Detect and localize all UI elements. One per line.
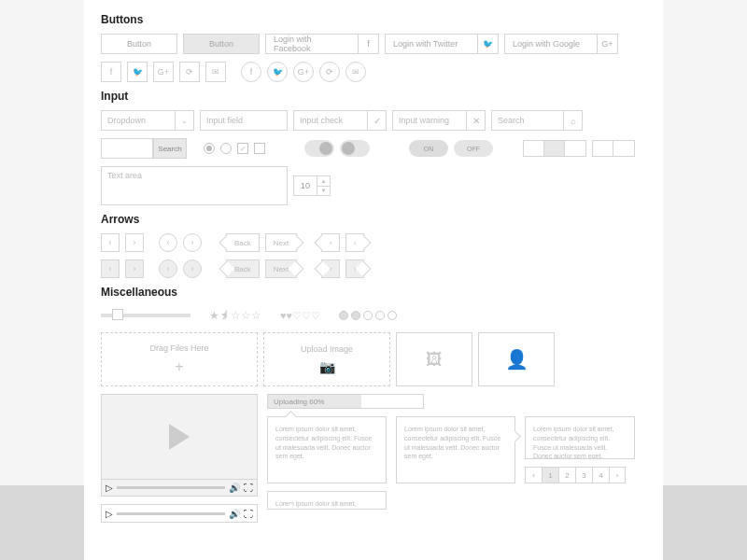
step-up-icon[interactable]: ▲ — [317, 176, 330, 187]
arrow-right-icon[interactable]: › — [183, 233, 202, 252]
page-2[interactable]: 2 — [558, 467, 575, 483]
section-misc: Miscellaneous — [101, 286, 646, 299]
step-down-icon[interactable]: ▼ — [317, 187, 330, 196]
arrow-right-icon[interactable]: › — [125, 259, 144, 278]
input-valid[interactable]: Input check✓ — [293, 110, 387, 131]
page-1[interactable]: 1 — [542, 467, 558, 483]
toggle-on-labeled[interactable]: ON — [409, 140, 448, 157]
page-4[interactable]: 4 — [592, 467, 609, 483]
rss-icon[interactable]: ⟳ — [179, 62, 200, 82]
volume-icon[interactable]: 🔊 — [229, 483, 240, 493]
input-warning[interactable]: Input warning✕ — [392, 110, 486, 131]
facebook-icon[interactable]: f — [101, 62, 121, 82]
twitter-icon[interactable]: 🐦 — [478, 34, 499, 54]
camera-icon: 📷 — [319, 359, 335, 374]
arrow-left-icon[interactable]: ‹ — [159, 259, 177, 278]
fullscreen-icon[interactable]: ⛶ — [244, 509, 253, 519]
google-icon[interactable]: G+ — [153, 62, 174, 82]
audio-player[interactable]: ▷🔊⛶ — [101, 504, 258, 523]
tooltip-right: Lorem ipsum dolor sit amet, consectetur … — [396, 416, 515, 483]
check-icon: ✓ — [367, 111, 386, 130]
image-upload[interactable]: Upload Image📷 — [263, 332, 390, 386]
arrow-left-icon[interactable]: ‹ — [321, 233, 340, 252]
arrow-left-icon[interactable]: ‹ — [101, 259, 120, 278]
star-rating[interactable]: ★⯨☆☆☆ — [209, 309, 261, 322]
page-prev[interactable]: ‹ — [525, 467, 542, 483]
file-dropzone[interactable]: Drag Files Here+ — [101, 332, 258, 386]
tooltip-left: Lorem ipsum dolor sit amet, consectetur … — [525, 416, 635, 459]
arrow-left-icon[interactable]: ‹ — [101, 233, 120, 252]
tooltip-bottom: Lorem ipsum dolor sit amet, consectetur … — [267, 491, 387, 510]
arrow-right-icon[interactable]: › — [125, 233, 144, 252]
button-secondary[interactable]: Button — [183, 34, 260, 54]
slider[interactable] — [101, 314, 190, 317]
twitter-icon[interactable]: 🐦 — [267, 62, 288, 82]
arrow-left-icon[interactable]: ‹ — [321, 259, 340, 278]
segmented-control[interactable] — [592, 140, 635, 157]
google-icon[interactable]: G+ — [598, 34, 618, 54]
back-button[interactable]: Back — [226, 259, 260, 278]
progress-bar[interactable] — [117, 486, 225, 489]
progress-bar[interactable] — [117, 512, 225, 515]
next-button[interactable]: Next — [265, 259, 297, 278]
google-icon[interactable]: G+ — [293, 62, 314, 82]
twitter-icon[interactable]: 🐦 — [127, 62, 148, 82]
close-icon: ✕ — [466, 111, 485, 130]
rss-icon[interactable]: ⟳ — [319, 62, 340, 82]
textarea[interactable]: Text area — [101, 166, 288, 205]
video-player[interactable]: ▷🔊⛶ — [101, 394, 258, 497]
play-icon[interactable] — [169, 424, 190, 450]
arrow-right-icon[interactable]: › — [183, 259, 202, 278]
image-placeholder: 🖼 — [396, 332, 472, 386]
page-3[interactable]: 3 — [575, 467, 592, 483]
next-button[interactable]: Next — [265, 233, 297, 252]
search-icon[interactable]: ⌕ — [564, 110, 583, 131]
chevron-down-icon: ⌄ — [175, 111, 193, 130]
play-small-icon[interactable]: ▷ — [106, 509, 113, 519]
toggle-off-labeled[interactable]: OFF — [454, 140, 493, 157]
facebook-icon[interactable]: f — [359, 34, 379, 54]
text-input[interactable]: Input field — [200, 110, 288, 131]
search-button[interactable]: Search — [153, 138, 187, 159]
tooltip-top: Lorem ipsum dolor sit amet, consectetur … — [267, 416, 387, 483]
volume-icon[interactable]: 🔊 — [229, 509, 240, 519]
avatar-placeholder: 👤 — [478, 332, 555, 386]
checkbox-checked[interactable]: ✓ — [237, 143, 248, 154]
mail-icon[interactable]: ✉ — [205, 62, 226, 82]
login-twitter-button[interactable]: Login with Twitter — [385, 34, 478, 54]
login-facebook-button[interactable]: Login with Facebook — [265, 34, 359, 54]
dropdown[interactable]: Dropdown⌄ — [101, 110, 194, 131]
number-stepper[interactable]: 10▲▼ — [293, 175, 331, 196]
pagination[interactable]: ‹ 1 2 3 4 › — [525, 467, 635, 483]
heart-rating[interactable]: ♥♥♡♡♡ — [280, 310, 320, 322]
mail-icon[interactable]: ✉ — [345, 62, 366, 82]
arrow-left-icon[interactable]: ‹ — [159, 233, 177, 252]
back-button[interactable]: Back — [226, 233, 260, 252]
search-input[interactable]: Search — [491, 110, 564, 131]
arrow-right-icon[interactable]: › — [345, 259, 364, 278]
segmented-control[interactable] — [523, 140, 586, 157]
section-buttons: Buttons — [101, 13, 646, 26]
toggle-off[interactable] — [340, 140, 370, 157]
login-google-button[interactable]: Login with Google — [504, 34, 598, 54]
dot-rating[interactable] — [339, 311, 397, 320]
play-small-icon[interactable]: ▷ — [106, 483, 113, 493]
radio-checked[interactable] — [204, 143, 215, 154]
fullscreen-icon[interactable]: ⛶ — [244, 483, 253, 493]
upload-progress: Uploading 60% — [267, 394, 424, 409]
search-input[interactable] — [101, 138, 153, 159]
checkbox-unchecked[interactable] — [254, 143, 265, 154]
page-next[interactable]: › — [609, 467, 626, 483]
radio-unchecked[interactable] — [220, 143, 232, 154]
section-input: Input — [101, 90, 646, 103]
arrow-right-icon[interactable]: › — [345, 233, 364, 252]
facebook-icon[interactable]: f — [241, 62, 261, 82]
toggle-on[interactable] — [304, 140, 334, 157]
plus-icon: + — [175, 358, 183, 375]
button-default[interactable]: Button — [101, 34, 177, 54]
section-arrows: Arrows — [101, 213, 646, 226]
